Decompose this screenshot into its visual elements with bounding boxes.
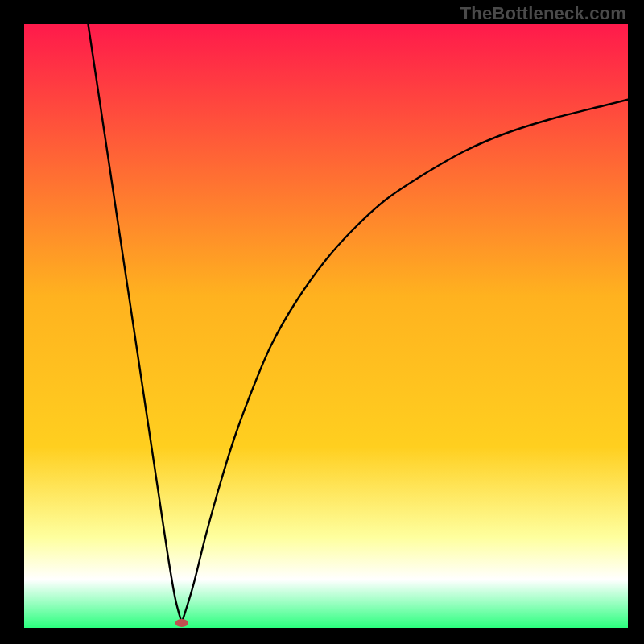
chart-frame: TheBottleneck.com: [0, 0, 644, 644]
plot-background: [24, 24, 628, 628]
minimum-marker: [175, 619, 188, 627]
bottleneck-chart: [0, 0, 644, 644]
